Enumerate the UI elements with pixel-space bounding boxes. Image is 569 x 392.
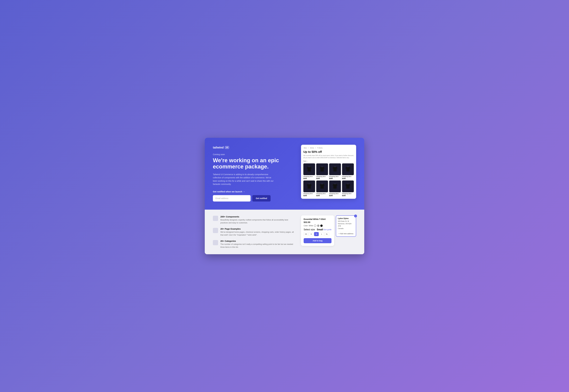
product-image [316, 163, 328, 175]
product-price: $200 [342, 195, 354, 196]
logo-text: tailwind [213, 146, 224, 149]
product-name: Shopping Item [303, 193, 315, 195]
product-item[interactable]: Shopping Item $200 [316, 181, 328, 196]
product-grid: Shopping Item $200 Shopping Item $200 Sh… [303, 163, 354, 196]
product-detail-card: Essential White T-Shirt $32.00 Color Whi… [301, 215, 334, 246]
product-image [329, 181, 341, 192]
hero-title: We're working on an epic ecommerce packa… [213, 157, 295, 170]
product-price: $200 [329, 195, 341, 196]
product-image [342, 181, 354, 192]
breadcrumb: Men \ Shirts \ T-Shirts [303, 147, 354, 149]
address-card: ✓ Lydon Dykes 528 Duke St. W Kitchener, … [336, 215, 356, 237]
product-name: Shopping Item [316, 193, 328, 195]
size-btn-xl[interactable]: XL [324, 232, 329, 236]
add-address-button[interactable]: + Add new address [338, 231, 354, 235]
feature-text-1: 20+ Page Examples We've designed home pa… [220, 228, 295, 236]
feature-icon-2 [213, 240, 218, 245]
coming-soon-label: Coming soon [213, 153, 295, 155]
color-swatch-black[interactable] [320, 224, 323, 227]
feature-desc-1: We've designed home pages, checkout scre… [220, 231, 295, 236]
product-price: $200 [316, 178, 328, 179]
left-content: tailwind UI Coming soon We're working on… [213, 145, 295, 202]
breadcrumb-shirts[interactable]: Shirts [310, 147, 314, 149]
bottom-right: Essential White T-Shirt $32.00 Color Whi… [301, 215, 356, 246]
add-to-bag-button[interactable]: Add to bag [304, 238, 332, 243]
features-list: 200+ Components Beautifully designed, ex… [213, 215, 295, 249]
svg-rect-4 [308, 183, 310, 184]
feature-title-0: 200+ Components [220, 215, 295, 218]
breadcrumb-men[interactable]: Men [304, 147, 307, 149]
breadcrumb-tshirts[interactable]: T-Shirts [317, 147, 323, 149]
size-btn-xs[interactable]: XS [304, 232, 308, 236]
feature-text-0: 200+ Components Beautifully designed, ex… [220, 215, 295, 224]
product-item[interactable]: Shopping Item $200 [342, 181, 354, 196]
svg-rect-3 [347, 167, 349, 167]
color-row: Color White [304, 224, 332, 227]
feature-desc-2: The number of categories isn't really a … [220, 243, 295, 249]
sort-row[interactable]: Sort ↓ [303, 160, 354, 162]
svg-rect-5 [321, 183, 323, 184]
color-swatch-gray[interactable] [317, 224, 320, 227]
product-image [303, 163, 315, 175]
bottom-section: 200+ Components Beautifully designed, ex… [205, 210, 364, 254]
address-text: 528 Duke St. W Kitchener, ON N2H 3YB Can… [338, 220, 354, 230]
size-row: Select size Small Size guide [304, 228, 332, 231]
main-card: tailwind UI Coming soon We're working on… [205, 138, 364, 254]
color-swatch-white[interactable] [314, 224, 316, 227]
product-detail-title: Essential White T-Shirt [304, 218, 332, 220]
notify-cta-text: Get notified when we launch → [213, 190, 295, 193]
product-name: Shopping Item [303, 176, 315, 177]
product-name: Shopping Item [342, 193, 354, 195]
product-item[interactable]: Shopping Item $200 [303, 181, 315, 196]
check-icon: ✓ [354, 214, 357, 217]
feature-icon-1 [213, 228, 218, 233]
color-label: Color [304, 225, 308, 227]
logo-area: tailwind UI [213, 146, 295, 149]
breadcrumb-sep2: \ [315, 147, 316, 149]
product-name: Shopping Item [329, 176, 341, 177]
feature-icon-0 [213, 216, 218, 221]
feature-text-2: 20+ Categories The number of categories … [220, 240, 295, 249]
size-buttons: XSSMLXL [304, 232, 332, 236]
svg-rect-1 [321, 167, 323, 167]
email-input[interactable] [213, 195, 250, 201]
feature-item-1: 20+ Page Examples We've designed home pa… [213, 228, 295, 236]
svg-rect-2 [334, 167, 336, 167]
address-name: Lydon Dykes [338, 217, 354, 220]
product-price: $200 [316, 195, 328, 196]
color-value: White [309, 225, 313, 227]
product-name: Shopping Item [329, 193, 341, 195]
svg-rect-7 [347, 183, 349, 184]
product-item[interactable]: Shopping Item $200 [303, 163, 315, 179]
product-price: $200 [342, 178, 354, 179]
product-image [303, 181, 315, 192]
product-item[interactable]: Shopping Item $200 [342, 163, 354, 179]
product-item[interactable]: Shopping Item $200 [329, 181, 341, 196]
top-section: tailwind UI Coming soon We're working on… [205, 138, 364, 210]
product-item[interactable]: Shopping Item $200 [329, 163, 341, 179]
product-image [329, 163, 341, 175]
product-name: Shopping Item [316, 176, 328, 177]
feature-item-0: 200+ Components Beautifully designed, ex… [213, 215, 295, 224]
hero-description: Tailwind UI Commerce is adding to its al… [213, 173, 274, 186]
size-btn-l[interactable]: L [319, 232, 324, 236]
size-btn-s[interactable]: S [309, 232, 313, 236]
size-guide-link[interactable]: Size guide [323, 229, 332, 231]
shop-card: Men \ Shirts \ T-Shirts Up to 50% off We… [301, 145, 356, 199]
svg-rect-0 [308, 167, 310, 167]
feature-title-2: 20+ Categories [220, 240, 295, 242]
shop-title: Up to 50% off [303, 150, 354, 154]
feature-desc-0: Beautifully designed, expertly crafted c… [220, 218, 295, 224]
get-notified-button[interactable]: Get notified [252, 195, 271, 201]
feature-item-2: 20+ Categories The number of categories … [213, 240, 295, 249]
product-image [316, 181, 328, 192]
product-price: $200 [303, 195, 315, 196]
product-item[interactable]: Shopping Item $200 [316, 163, 328, 179]
shop-preview-panel: Men \ Shirts \ T-Shirts Up to 50% off We… [301, 145, 356, 199]
svg-rect-6 [334, 183, 336, 184]
product-image [342, 163, 354, 175]
breadcrumb-sep1: \ [308, 147, 308, 149]
feature-title-1: 20+ Page Examples [220, 228, 295, 230]
size-btn-m[interactable]: M [314, 232, 319, 236]
ui-badge: UI [225, 146, 229, 149]
